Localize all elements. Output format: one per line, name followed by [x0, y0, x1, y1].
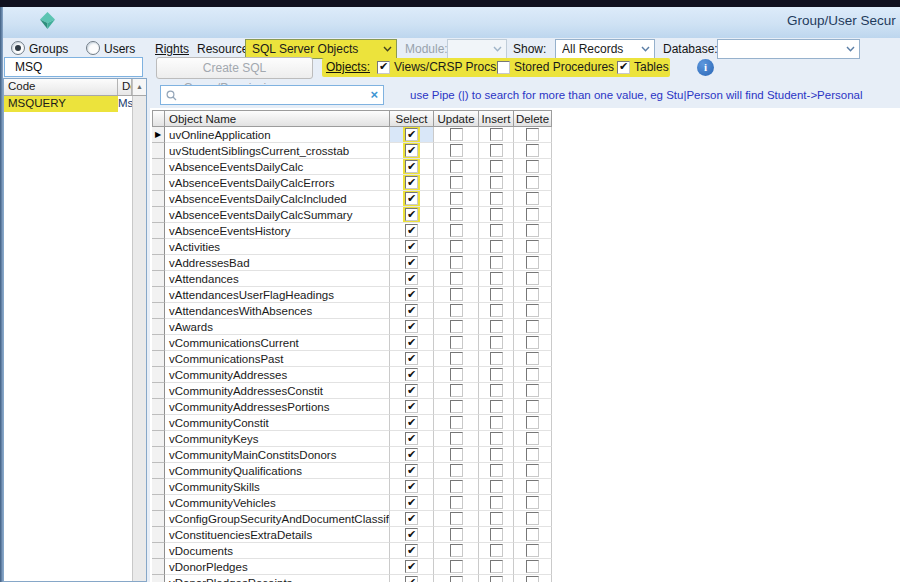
delete-cell[interactable] [514, 495, 552, 511]
update-checkbox[interactable] [450, 192, 463, 205]
grid-row[interactable]: vAbsenceEventsDailyCalcIncluded✔ [152, 191, 552, 207]
delete-cell[interactable] [514, 415, 552, 431]
insert-checkbox[interactable] [490, 128, 503, 141]
select-cell[interactable]: ✔ [390, 303, 434, 319]
delete-cell[interactable] [514, 239, 552, 255]
object-name-cell[interactable]: vCommunicationsCurrent [165, 335, 390, 351]
grid-row[interactable]: vDonorPledgesReceipts✔ [152, 575, 552, 582]
row-selector[interactable] [152, 431, 165, 447]
object-search-box[interactable]: × [160, 85, 384, 105]
grid-row[interactable]: vAbsenceEventsHistory✔ [152, 223, 552, 239]
update-checkbox[interactable] [450, 160, 463, 173]
select-cell[interactable]: ✔ [390, 367, 434, 383]
delete-checkbox[interactable] [526, 288, 539, 301]
row-selector[interactable] [152, 223, 165, 239]
insert-checkbox[interactable] [490, 272, 503, 285]
select-cell[interactable]: ✔ [390, 495, 434, 511]
grid-row[interactable]: vCommunitySkills✔ [152, 479, 552, 495]
select-cell[interactable]: ✔ [390, 431, 434, 447]
update-cell[interactable] [434, 367, 479, 383]
object-type-option[interactable]: Stored Procedures [497, 60, 614, 74]
insert-cell[interactable] [479, 335, 514, 351]
delete-cell[interactable] [514, 127, 552, 143]
row-selector[interactable] [152, 159, 165, 175]
grid-row[interactable]: vConfigGroupSecurityAndDocumentClassific… [152, 511, 552, 527]
select-cell[interactable]: ✔ [390, 463, 434, 479]
delete-cell[interactable] [514, 143, 552, 159]
update-cell[interactable] [434, 575, 479, 582]
delete-cell[interactable] [514, 335, 552, 351]
insert-column-header[interactable]: Insert [479, 110, 514, 127]
delete-checkbox[interactable] [526, 192, 539, 205]
select-cell[interactable]: ✔ [390, 271, 434, 287]
update-cell[interactable] [434, 495, 479, 511]
update-cell[interactable] [434, 511, 479, 527]
select-cell[interactable]: ✔ [390, 287, 434, 303]
row-selector[interactable] [152, 207, 165, 223]
delete-cell[interactable] [514, 175, 552, 191]
select-cell[interactable]: ✔ [390, 207, 434, 223]
delete-cell[interactable] [514, 575, 552, 582]
update-cell[interactable] [434, 351, 479, 367]
delete-checkbox[interactable] [526, 448, 539, 461]
insert-checkbox[interactable] [490, 288, 503, 301]
update-checkbox[interactable] [450, 448, 463, 461]
insert-cell[interactable] [479, 559, 514, 575]
insert-checkbox[interactable] [490, 368, 503, 381]
object-name-cell[interactable]: uvOnlineApplication [165, 127, 390, 143]
insert-checkbox[interactable] [490, 336, 503, 349]
select-checkbox[interactable]: ✔ [405, 176, 418, 189]
code-column-header[interactable]: Code [4, 79, 118, 95]
update-checkbox[interactable] [450, 208, 463, 221]
insert-cell[interactable] [479, 415, 514, 431]
update-checkbox[interactable] [450, 384, 463, 397]
clear-search-icon[interactable]: × [370, 89, 378, 101]
select-cell[interactable]: ✔ [390, 447, 434, 463]
delete-cell[interactable] [514, 159, 552, 175]
delete-cell[interactable] [514, 559, 552, 575]
select-checkbox[interactable]: ✔ [405, 464, 418, 477]
update-cell[interactable] [434, 527, 479, 543]
object-name-cell[interactable]: vAttendances [165, 271, 390, 287]
insert-checkbox[interactable] [490, 480, 503, 493]
row-selector[interactable] [152, 271, 165, 287]
grid-row[interactable]: vActivities✔ [152, 239, 552, 255]
delete-checkbox[interactable] [526, 576, 539, 582]
row-selector[interactable] [152, 527, 165, 543]
insert-cell[interactable] [479, 191, 514, 207]
update-checkbox[interactable] [450, 224, 463, 237]
row-selector[interactable] [152, 399, 165, 415]
insert-cell[interactable] [479, 175, 514, 191]
groups-radio-label[interactable]: Groups [29, 42, 68, 56]
insert-checkbox[interactable] [490, 448, 503, 461]
grid-row[interactable]: vDocuments✔ [152, 543, 552, 559]
select-cell[interactable]: ✔ [390, 127, 434, 143]
delete-checkbox[interactable] [526, 224, 539, 237]
delete-cell[interactable] [514, 367, 552, 383]
update-checkbox[interactable] [450, 496, 463, 509]
delete-checkbox[interactable] [526, 208, 539, 221]
insert-cell[interactable] [479, 351, 514, 367]
object-name-cell[interactable]: vDonorPledgesReceipts [165, 575, 390, 582]
delete-cell[interactable] [514, 399, 552, 415]
group-desc-cell[interactable]: Ms [118, 96, 132, 112]
insert-cell[interactable] [479, 287, 514, 303]
grid-row[interactable]: vAbsenceEventsDailyCalcSummary✔ [152, 207, 552, 223]
update-cell[interactable] [434, 271, 479, 287]
create-sql-group-button[interactable]: Create SQL Group/Permissions [156, 57, 313, 79]
insert-checkbox[interactable] [490, 176, 503, 189]
object-name-cell[interactable]: vConfigGroupSecurityAndDocumentClassific… [165, 511, 390, 527]
row-selector[interactable] [152, 175, 165, 191]
scroll-up-icon[interactable]: ▲ [132, 79, 146, 95]
delete-checkbox[interactable] [526, 336, 539, 349]
select-cell[interactable]: ✔ [390, 255, 434, 271]
users-radio-label[interactable]: Users [104, 42, 135, 56]
grid-row[interactable]: vCommunityAddressesConstit✔ [152, 383, 552, 399]
insert-checkbox[interactable] [490, 320, 503, 333]
row-selector[interactable] [152, 447, 165, 463]
update-checkbox[interactable] [450, 576, 463, 582]
delete-checkbox[interactable] [526, 400, 539, 413]
select-checkbox[interactable]: ✔ [405, 512, 418, 525]
object-name-cell[interactable]: vAbsenceEventsDailyCalcIncluded [165, 191, 390, 207]
row-selector[interactable] [152, 479, 165, 495]
